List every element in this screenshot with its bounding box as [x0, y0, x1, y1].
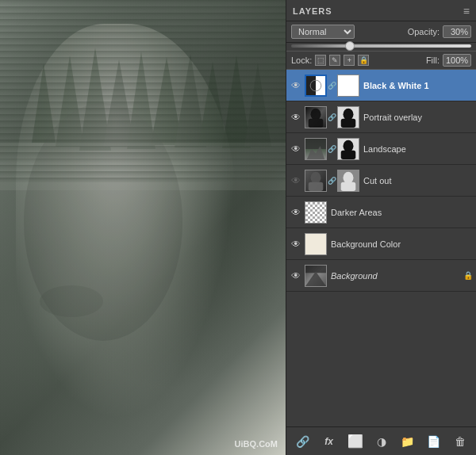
- layer-name-bw1: Black & White 1: [362, 81, 473, 90]
- lock-row: Lock: ⬚ ✎ + 🔒 Fill:: [286, 52, 476, 70]
- svg-marker-5: [127, 52, 155, 149]
- svg-marker-30: [305, 271, 326, 286]
- svg-rect-26: [309, 182, 324, 190]
- fill-label: Fill:: [426, 55, 440, 65]
- layer-thumb-main-portrait: [305, 106, 327, 128]
- layer-thumb-main-landscape: [305, 138, 327, 160]
- layer-eye-background[interactable]: 👁: [290, 270, 302, 282]
- layer-item-bw1[interactable]: 👁 🔗 Black & White 1: [286, 70, 476, 101]
- layer-thumbs-background: [305, 265, 327, 287]
- layer-name-darker: Darker Areas: [329, 208, 473, 217]
- bottom-toolbar: 🔗 fx ⬜ ◑ 📁 📄 🗑: [286, 426, 476, 455]
- blend-row: Normal Multiply Screen Overlay Opacity:: [286, 21, 476, 43]
- layer-item-darker[interactable]: 👁 Darker Areas: [286, 197, 476, 228]
- lock-paint-icon[interactable]: ✎: [329, 55, 340, 66]
- svg-marker-1: [32, 63, 56, 143]
- fill-input[interactable]: [443, 54, 471, 67]
- opacity-slider[interactable]: [291, 44, 471, 48]
- lock-all-icon[interactable]: 🔒: [358, 55, 369, 66]
- svg-rect-0: [0, 0, 286, 159]
- svg-marker-4: [103, 59, 135, 147]
- layer-eye-portrait[interactable]: 👁: [290, 111, 302, 124]
- lock-label: Lock:: [291, 55, 312, 65]
- layer-eye-landscape[interactable]: 👁: [290, 143, 302, 155]
- layers-panel: LAYERS ≡ Normal Multiply Screen Overlay …: [286, 0, 476, 455]
- photo-area: UiBQ.CoM: [0, 0, 286, 455]
- thumb-link-bw1: 🔗: [328, 82, 336, 90]
- svg-marker-9: [222, 55, 251, 148]
- svg-point-17: [311, 108, 321, 120]
- new-group-button[interactable]: 📁: [399, 433, 416, 450]
- svg-marker-3: [79, 48, 111, 151]
- svg-rect-21: [305, 139, 326, 149]
- layer-thumb-mask-cutout: [337, 170, 359, 192]
- layer-name-cutout: Cut out: [362, 176, 473, 185]
- layer-eye-cutout[interactable]: 👁: [290, 174, 302, 187]
- svg-marker-7: [175, 54, 206, 147]
- lock-transform-icon[interactable]: +: [344, 55, 355, 66]
- opacity-slider-thumb[interactable]: [345, 41, 355, 51]
- svg-point-25: [311, 171, 321, 183]
- layer-thumb-mask-landscape: [337, 138, 359, 160]
- svg-rect-28: [341, 182, 356, 190]
- svg-rect-20: [341, 118, 356, 127]
- thumb-link-landscape: 🔗: [328, 145, 336, 153]
- layer-thumbs-landscape: 🔗: [305, 138, 359, 160]
- layers-list: 👁 🔗 Black & White 1: [286, 70, 476, 426]
- svg-marker-2: [56, 55, 84, 147]
- svg-marker-6: [151, 57, 182, 145]
- main-container: UiBQ.CoM LAYERS ≡ Normal Multiply Screen…: [0, 0, 476, 455]
- layer-lock-icon: 🔒: [463, 271, 473, 280]
- layer-name-bgcolor: Background Color: [329, 239, 473, 249]
- layer-thumb-mask-bw1: [337, 75, 359, 97]
- layer-effects-button[interactable]: fx: [321, 433, 338, 450]
- delete-layer-button[interactable]: 🗑: [451, 433, 469, 450]
- layer-thumbs-darker: [305, 201, 327, 224]
- adjustment-button[interactable]: ◑: [373, 433, 390, 450]
- add-mask-button[interactable]: ⬜: [347, 433, 364, 450]
- layer-thumb-main-cutout: [305, 170, 327, 192]
- layer-thumb-main-background: [305, 265, 327, 287]
- layer-item-cutout[interactable]: 👁 🔗 Cu: [286, 165, 476, 197]
- svg-point-13: [40, 285, 103, 317]
- svg-rect-18: [309, 118, 324, 127]
- svg-marker-10: [244, 63, 271, 147]
- thumb-link-cutout: 🔗: [328, 177, 336, 185]
- svg-rect-15: [316, 76, 325, 95]
- panel-header: LAYERS ≡: [286, 0, 476, 21]
- new-layer-button[interactable]: 📄: [425, 433, 443, 450]
- layer-name-landscape: Landscape: [362, 144, 473, 154]
- layer-name-background: Background: [329, 271, 461, 281]
- layer-thumb-mask-portrait: [337, 106, 359, 128]
- layer-item-background[interactable]: 👁 Background 🔒: [286, 260, 476, 292]
- layer-eye-bgcolor[interactable]: 👁: [290, 238, 302, 250]
- opacity-slider-row: [286, 43, 476, 52]
- layer-thumbs-bgcolor: [305, 233, 327, 255]
- svg-rect-24: [341, 150, 356, 159]
- layer-thumbs-portrait: 🔗: [305, 106, 359, 128]
- svg-marker-8: [198, 62, 227, 146]
- layer-thumbs-bw1: 🔗: [305, 75, 359, 97]
- layer-item-bgcolor[interactable]: 👁 Background Color: [286, 228, 476, 260]
- layer-item-landscape[interactable]: 👁 🔗 La: [286, 133, 476, 165]
- opacity-label: Opacity:: [408, 27, 440, 36]
- layer-item-portrait[interactable]: 👁 🔗 Po: [286, 101, 476, 133]
- svg-point-19: [344, 108, 354, 120]
- panel-title: LAYERS: [293, 6, 332, 16]
- watermark: UiBQ.CoM: [235, 439, 278, 449]
- layer-thumbs-cutout: 🔗: [305, 170, 359, 192]
- lock-move-icon[interactable]: ⬚: [315, 55, 326, 66]
- link-layers-button[interactable]: 🔗: [294, 433, 312, 450]
- opacity-input[interactable]: [443, 25, 471, 38]
- layer-thumb-main-bgcolor: [305, 233, 327, 255]
- thumb-link-portrait: 🔗: [328, 113, 336, 121]
- layer-eye-bw1[interactable]: 👁: [290, 79, 302, 92]
- panel-menu-icon[interactable]: ≡: [463, 5, 470, 17]
- svg-point-23: [344, 140, 354, 151]
- blend-mode-select[interactable]: Normal Multiply Screen Overlay: [291, 25, 355, 39]
- svg-point-27: [344, 171, 354, 183]
- layer-eye-darker[interactable]: 👁: [290, 206, 302, 219]
- svg-rect-14: [306, 76, 316, 95]
- layer-thumb-main-bw1: [305, 75, 327, 97]
- layer-name-portrait: Portrait overlay: [362, 113, 473, 122]
